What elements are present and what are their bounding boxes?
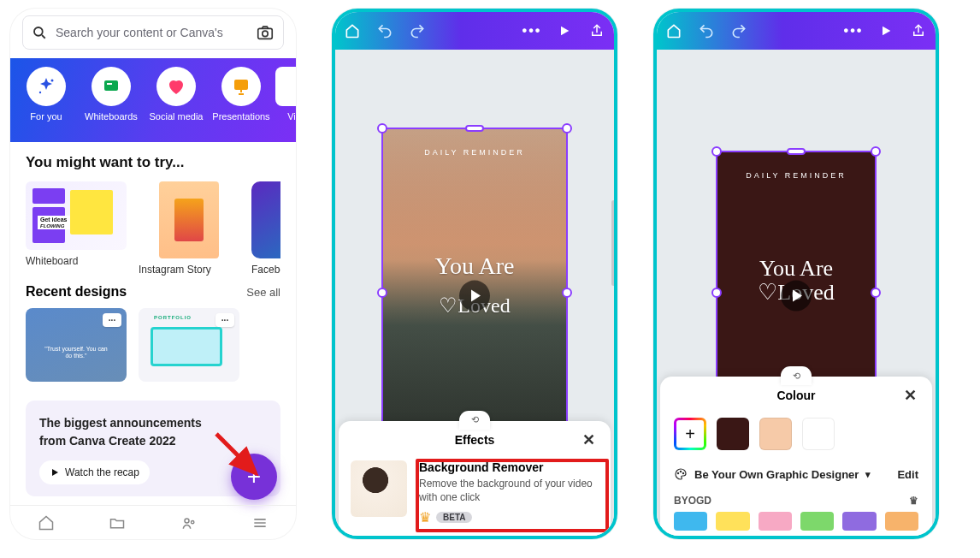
recent-design-1[interactable]: ··· "Trust yourself. You can do this." xyxy=(26,308,127,382)
svg-line-1 xyxy=(42,35,45,39)
edit-link[interactable]: Edit xyxy=(897,468,918,481)
svg-point-5 xyxy=(39,92,41,93)
resize-handle[interactable] xyxy=(711,146,722,157)
palette-swatch[interactable] xyxy=(885,512,918,531)
search-placeholder: Search your content or Canva's xyxy=(56,26,247,39)
tab-videos[interactable]: Vi xyxy=(275,67,296,122)
resize-handle[interactable] xyxy=(711,288,722,298)
resize-handle[interactable] xyxy=(562,288,572,298)
sparkle-icon xyxy=(36,76,56,97)
svg-rect-2 xyxy=(258,28,273,39)
home-icon[interactable] xyxy=(665,22,682,39)
palette-swatch[interactable] xyxy=(674,512,707,531)
camera-icon[interactable] xyxy=(256,23,275,42)
tab-for-you[interactable]: For you xyxy=(15,67,77,122)
close-icon[interactable]: ✕ xyxy=(900,385,920,406)
brand-kit-selector[interactable]: Be Your Own Graphic Designer ▾ xyxy=(674,467,871,481)
template-whiteboard[interactable]: Get ideasFLOWING Whiteboard xyxy=(26,181,127,276)
resize-handle[interactable] xyxy=(787,148,806,155)
svg-rect-7 xyxy=(107,83,112,85)
svg-point-4 xyxy=(51,80,54,82)
recent-heading: Recent designs xyxy=(26,284,127,300)
palette-icon xyxy=(674,467,688,481)
see-all-link[interactable]: See all xyxy=(246,286,280,299)
folder-icon[interactable] xyxy=(109,514,126,531)
svg-point-0 xyxy=(34,27,43,36)
share-icon[interactable] xyxy=(910,22,927,39)
more-icon[interactable]: ··· xyxy=(215,313,234,327)
team-icon[interactable] xyxy=(180,514,198,531)
resize-handle[interactable] xyxy=(377,123,387,134)
svg-point-10 xyxy=(185,519,189,523)
resize-handle[interactable] xyxy=(562,123,572,134)
menu-icon[interactable] xyxy=(251,514,269,531)
more-icon[interactable]: ••• xyxy=(523,22,540,39)
video-play-icon[interactable] xyxy=(781,281,812,312)
svg-point-11 xyxy=(191,520,193,523)
colour-swatch[interactable] xyxy=(759,418,792,450)
recent-design-2[interactable]: ··· PORTFOLIO xyxy=(139,308,239,382)
scrollbar[interactable] xyxy=(611,200,616,286)
heart-icon xyxy=(166,76,186,97)
play-icon[interactable] xyxy=(556,22,573,39)
palette-name: BYOGD xyxy=(674,495,711,507)
sheet-title: Effects xyxy=(455,433,495,447)
redo-icon[interactable] xyxy=(409,22,426,39)
resize-handle[interactable] xyxy=(871,146,881,157)
tab-whiteboards[interactable]: Whiteboards xyxy=(80,67,142,122)
screen-editor-colour: ••• DAILY REMINDER You Are♡Loved @really… xyxy=(653,9,939,539)
editor-topbar: ••• xyxy=(335,12,614,50)
create-fab[interactable]: + xyxy=(231,454,277,500)
close-icon[interactable]: ✕ xyxy=(578,430,599,450)
chevron-down-icon: ▾ xyxy=(865,469,871,480)
crown-icon: ♛ xyxy=(909,495,918,507)
presentation-icon xyxy=(231,76,251,97)
try-heading: You might want to try... xyxy=(26,154,280,171)
editor-topbar: ••• xyxy=(657,12,936,50)
search-icon xyxy=(32,25,47,40)
colour-swatch[interactable] xyxy=(717,418,749,450)
bottom-nav xyxy=(10,505,296,539)
template-facebook[interactable]: Facebook xyxy=(251,181,280,276)
sheet-title: Colour xyxy=(776,389,815,402)
home-icon[interactable] xyxy=(344,22,361,39)
screen-canva-home: Search your content or Canva's For you W… xyxy=(10,9,296,539)
resize-handle[interactable] xyxy=(377,288,387,298)
more-icon[interactable]: ··· xyxy=(103,313,121,327)
colour-sheet: ⟲ Colour ✕ + Be Your Own Graphic Designe… xyxy=(660,377,932,536)
play-icon xyxy=(50,467,60,478)
home-icon[interactable] xyxy=(38,514,55,531)
watch-recap-button[interactable]: Watch the recap xyxy=(39,460,150,484)
template-instagram-story[interactable]: Instagram Story xyxy=(139,181,239,276)
palette-swatch[interactable] xyxy=(842,512,876,531)
undo-icon[interactable] xyxy=(698,22,715,39)
recent-row[interactable]: ··· "Trust yourself. You can do this." ·… xyxy=(26,308,280,382)
tab-social-media[interactable]: Social media xyxy=(145,67,207,122)
selection-frame[interactable]: DAILY REMINDER You Are ♡Loved @reallygre… xyxy=(381,128,568,458)
palette-swatch[interactable] xyxy=(800,512,834,531)
effect-thumbnail xyxy=(351,460,407,517)
redo-icon[interactable] xyxy=(730,22,747,39)
svg-point-15 xyxy=(677,472,678,473)
undo-icon[interactable] xyxy=(376,22,393,39)
plus-icon: + xyxy=(247,463,261,490)
svg-rect-6 xyxy=(104,80,118,91)
tab-presentations[interactable]: Presentations xyxy=(210,67,272,122)
template-row[interactable]: Get ideasFLOWING Whiteboard Instagram St… xyxy=(26,181,280,276)
category-tabs: For you Whiteboards Social media Present… xyxy=(10,58,296,142)
palette-swatch[interactable] xyxy=(759,512,792,531)
palette-swatch[interactable] xyxy=(716,512,749,531)
annotation-highlight xyxy=(416,459,609,532)
svg-point-3 xyxy=(263,31,268,36)
share-icon[interactable] xyxy=(588,22,605,39)
resize-handle[interactable] xyxy=(465,125,484,132)
search-bar[interactable]: Search your content or Canva's xyxy=(22,15,284,50)
video-play-icon[interactable] xyxy=(459,281,490,312)
add-colour-button[interactable]: + xyxy=(674,418,706,450)
play-icon[interactable] xyxy=(877,22,894,39)
colour-swatch[interactable] xyxy=(802,418,835,450)
palette-row xyxy=(660,512,932,531)
resize-handle[interactable] xyxy=(871,288,881,298)
more-icon[interactable]: ••• xyxy=(845,22,862,39)
svg-rect-8 xyxy=(234,80,248,90)
